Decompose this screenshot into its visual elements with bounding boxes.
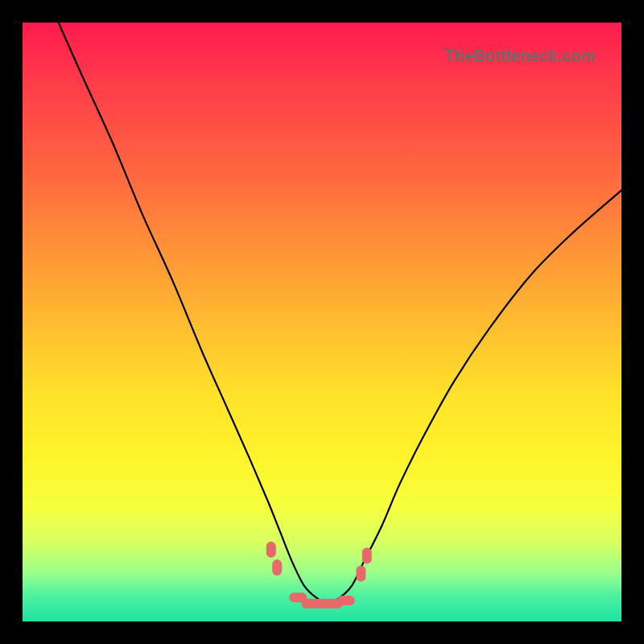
- curve-marker: [356, 565, 365, 581]
- outer-frame: TheBottleneck.com: [0, 0, 644, 644]
- chart-svg: [23, 23, 621, 621]
- bottleneck-curve: [59, 23, 621, 604]
- curve-marker: [272, 559, 282, 576]
- plot-area: TheBottleneck.com: [23, 23, 621, 621]
- curve-marker: [266, 542, 276, 558]
- curve-marker: [337, 596, 355, 605]
- curve-marker: [362, 547, 372, 564]
- curve-markers: [266, 542, 372, 609]
